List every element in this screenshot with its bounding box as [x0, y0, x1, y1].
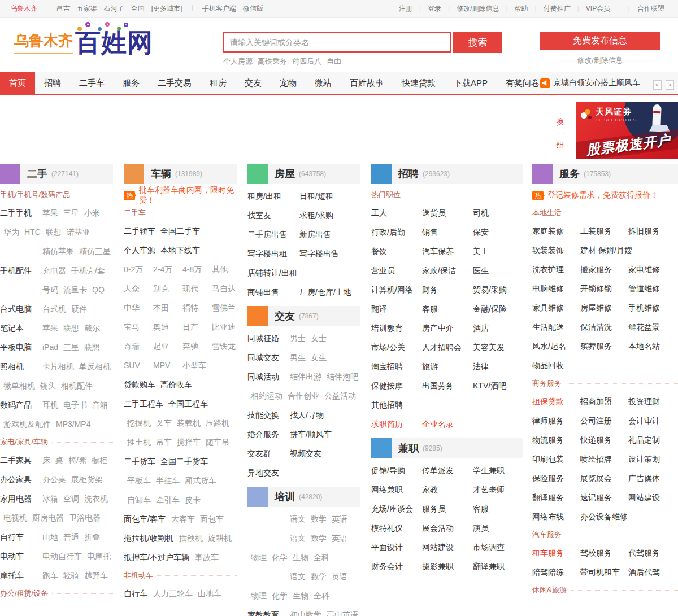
- sub-link[interactable]: 联想: [84, 343, 100, 352]
- sub-link[interactable]: 平板车: [127, 476, 151, 485]
- category-link[interactable]: 商铺出售: [247, 282, 299, 302]
- topbar-user-link[interactable]: 帮助: [515, 5, 528, 12]
- category-link[interactable]: 拖拉机/收割机: [124, 534, 173, 543]
- category-link[interactable]: 其他招聘: [371, 395, 422, 414]
- sub-link[interactable]: SUV: [124, 356, 153, 375]
- sub-link[interactable]: 大众: [124, 279, 153, 298]
- sub-link[interactable]: 搅拌车: [177, 438, 201, 447]
- sub-link[interactable]: 小型车: [182, 356, 212, 375]
- category-link[interactable]: 高价收车: [160, 380, 192, 389]
- category-link[interactable]: 学生兼职: [473, 461, 523, 480]
- sub-link[interactable]: 相机配件: [61, 381, 93, 390]
- category-link[interactable]: 日租/短租: [299, 186, 351, 206]
- topbar-city-link[interactable]: [更多城市]: [151, 5, 182, 12]
- category-link[interactable]: 平面设计: [371, 538, 422, 557]
- category-link[interactable]: 美容美发: [473, 338, 523, 357]
- category-title[interactable]: 车辆: [151, 167, 171, 181]
- sub-link[interactable]: 找人/寻物: [290, 410, 324, 420]
- topbar-city-link[interactable]: 五家渠: [77, 5, 97, 12]
- sub-link[interactable]: HTC: [24, 228, 41, 237]
- sub-link[interactable]: QQ: [92, 285, 105, 294]
- sub-link[interactable]: 数学: [311, 572, 327, 581]
- sub-link[interactable]: 诺基亚: [67, 228, 90, 237]
- topbar-city-link[interactable]: 全国: [131, 5, 145, 12]
- category-link[interactable]: 餐饮: [371, 242, 422, 261]
- category-link[interactable]: 市场/公关: [371, 338, 422, 357]
- category-link[interactable]: 物流服务: [532, 430, 580, 449]
- ticker-prev-button[interactable]: <: [653, 80, 662, 90]
- sub-link[interactable]: MPV: [153, 356, 182, 375]
- sub-link[interactable]: 压路机: [206, 418, 229, 427]
- category-link[interactable]: 软装装饰: [532, 241, 580, 260]
- sub-link[interactable]: 结伴出游: [290, 372, 321, 381]
- category-link[interactable]: 汽车保养: [422, 242, 473, 261]
- category-link[interactable]: 办公设备维修: [580, 507, 628, 526]
- topbar-user-link[interactable]: VIP会员: [586, 5, 610, 12]
- sub-link[interactable]: 卫浴电器: [69, 513, 101, 522]
- category-link[interactable]: 法律: [473, 357, 523, 376]
- sub-link[interactable]: 台式机: [42, 304, 66, 313]
- sub-link[interactable]: MP3/MP4: [56, 420, 90, 429]
- sub-link[interactable]: 小米: [84, 208, 100, 217]
- sub-link[interactable]: 半挂车: [156, 476, 180, 485]
- category-link[interactable]: 洗衣护理: [532, 260, 580, 279]
- sub-link[interactable]: 手机壳/套: [71, 266, 105, 275]
- sub-link[interactable]: 电子书: [63, 400, 87, 409]
- category-link[interactable]: 酒店: [473, 318, 523, 338]
- category-link[interactable]: 营业员: [371, 261, 422, 280]
- category-title[interactable]: 培训: [275, 490, 295, 504]
- category-link[interactable]: 人才招聘会: [422, 338, 473, 357]
- category-link[interactable]: 美工: [473, 242, 523, 261]
- search-input[interactable]: [223, 32, 451, 53]
- category-link[interactable]: 陪驾陪练: [532, 562, 580, 582]
- sub-link[interactable]: 苹果: [42, 208, 58, 217]
- sub-link[interactable]: 拼车/顺风车: [290, 430, 332, 439]
- sub-link[interactable]: 椅/凳: [68, 456, 86, 465]
- nav-item[interactable]: 招聘: [35, 72, 70, 94]
- topbar-link-partner[interactable]: 合作联盟: [637, 5, 664, 12]
- category-link[interactable]: 家具维修: [532, 298, 580, 317]
- category-link[interactable]: 销售: [422, 222, 473, 242]
- nav-item[interactable]: 下载APP: [445, 72, 497, 94]
- category-link[interactable]: 租房/出租: [247, 186, 299, 206]
- category-link[interactable]: 抵押车/不过户车辆: [124, 553, 189, 562]
- sub-link[interactable]: 展柜货架: [71, 475, 103, 484]
- sub-link[interactable]: 英语: [332, 534, 347, 543]
- category-link[interactable]: 二手手机: [0, 203, 42, 222]
- category-link[interactable]: 会计审计: [628, 411, 676, 430]
- category-title[interactable]: 二手: [27, 167, 47, 181]
- sub-link[interactable]: 自卸车: [127, 495, 151, 504]
- category-link[interactable]: 同城交友: [247, 348, 290, 367]
- category-link[interactable]: 才艺老师: [473, 480, 523, 499]
- category-link[interactable]: 翻译服务: [532, 488, 580, 507]
- category-link[interactable]: 促销/导购: [371, 461, 422, 480]
- category-link[interactable]: 保健按摩: [371, 376, 422, 395]
- category-link[interactable]: 管道维修: [628, 279, 676, 298]
- category-link[interactable]: 办公家具: [0, 470, 42, 489]
- sub-link[interactable]: 化学: [272, 591, 288, 600]
- sub-link[interactable]: 宝马: [124, 317, 153, 337]
- sub-link[interactable]: 推土机: [127, 438, 151, 447]
- category-link[interactable]: 驾校服务: [580, 543, 628, 562]
- sub-link[interactable]: 叉车: [156, 418, 172, 427]
- category-link[interactable]: 带司机租车: [580, 562, 628, 582]
- category-title[interactable]: 服务: [559, 167, 580, 181]
- category-link[interactable]: 礼品定制: [628, 430, 676, 449]
- search-hotword[interactable]: 自由: [327, 57, 341, 65]
- sub-link[interactable]: 电摩托: [87, 552, 111, 561]
- sub-link[interactable]: 空调: [63, 494, 79, 503]
- sub-link[interactable]: 音箱: [92, 400, 108, 409]
- category-link[interactable]: 展会活动: [422, 518, 473, 538]
- sub-link[interactable]: 本田: [153, 298, 182, 317]
- sub-link[interactable]: 语文: [290, 514, 306, 523]
- sub-link[interactable]: 桌: [55, 456, 63, 465]
- sub-link[interactable]: 高中英语: [327, 610, 358, 616]
- category-link[interactable]: 房屋维修: [580, 298, 628, 317]
- category-link[interactable]: 全国二手货车: [160, 457, 208, 466]
- sub-link[interactable]: 旋耕机: [208, 534, 232, 543]
- sub-link[interactable]: 联想: [46, 228, 62, 237]
- sub-link[interactable]: 日产: [182, 317, 212, 337]
- sub-link[interactable]: 洗衣机: [84, 494, 108, 503]
- sub-link[interactable]: 比亚迪: [212, 317, 237, 337]
- category-link[interactable]: 写字楼出售: [299, 244, 351, 263]
